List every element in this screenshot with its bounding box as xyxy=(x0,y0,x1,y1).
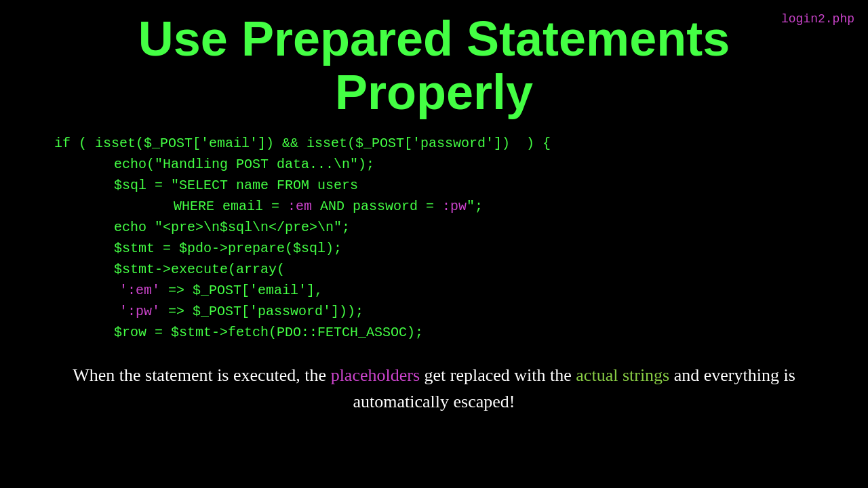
page-title: Use Prepared Statements Properly xyxy=(0,0,868,126)
desc-part1: When the statement is executed, the xyxy=(73,365,330,385)
desc-part3: and everything is xyxy=(669,365,795,385)
description-block: When the statement is executed, the plac… xyxy=(41,362,827,415)
description-line1: When the statement is executed, the plac… xyxy=(41,362,827,388)
code-line-1: if ( isset($_POST['email']) && isset($_P… xyxy=(54,133,814,154)
code-line-10: $row = $stmt->fetch(PDO::FETCH_ASSOC); xyxy=(54,322,814,343)
code-line-5: echo "<pre>\n$sql\n</pre>\n"; xyxy=(54,217,814,238)
code-em-placeholder: :em xyxy=(288,199,312,214)
code-em-key: ':em' xyxy=(119,283,160,298)
code-line-6: $stmt = $pdo->prepare($sql); xyxy=(54,238,814,259)
code-line-7: $stmt->execute(array( xyxy=(54,259,814,280)
code-pw-key: ':pw' xyxy=(119,304,160,319)
desc-part2: get replaced with the xyxy=(420,365,576,385)
code-line-9: ':pw' => $_POST['password'])); xyxy=(54,301,814,322)
code-line-4: WHERE email = :em AND password = :pw"; xyxy=(54,196,814,217)
desc-placeholder-word: placeholders xyxy=(331,365,420,385)
title-line2: Properly xyxy=(335,65,533,119)
title-line1: Use Prepared Statements xyxy=(138,12,730,66)
code-line-3: $sql = "SELECT name FROM users xyxy=(54,175,814,196)
code-pw-placeholder: :pw xyxy=(442,199,467,214)
description-line2: automatically escaped! xyxy=(41,388,827,415)
desc-actual-word: actual strings xyxy=(576,365,669,385)
code-line-2: echo("Handling POST data...\n"); xyxy=(54,154,814,175)
filename-label: login2.php xyxy=(781,12,854,26)
code-block: if ( isset($_POST['email']) && isset($_P… xyxy=(54,133,814,343)
code-line-8: ':em' => $_POST['email'], xyxy=(54,280,814,301)
